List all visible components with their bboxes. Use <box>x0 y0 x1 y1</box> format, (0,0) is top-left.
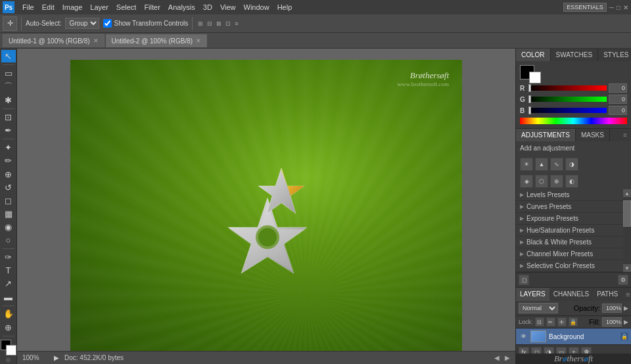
scroll-right-icon[interactable]: ▶ <box>505 354 510 361</box>
brush-tool[interactable]: ✏ <box>1 154 16 167</box>
color-spectrum[interactable] <box>520 118 627 124</box>
background-swatch[interactable] <box>529 72 541 83</box>
quick-mask-btn[interactable]: ◎ <box>6 357 11 363</box>
tab-untitled1[interactable]: Untitled-1 @ 100% (RGB/8) ✕ <box>3 34 105 47</box>
menu-filter[interactable]: Filter <box>140 3 164 11</box>
tab-swatches[interactable]: SWATCHES <box>551 49 599 61</box>
menu-help[interactable]: Help <box>273 3 296 11</box>
clone-stamp-tool[interactable]: ⊕ <box>1 168 16 180</box>
align-left-icon[interactable]: ⊞ <box>197 20 204 27</box>
tab-channels[interactable]: CHANNELS <box>549 288 593 301</box>
preset-exposure[interactable]: ▶ Exposure Presets <box>516 213 623 225</box>
brightness-icon[interactable]: ☀ <box>520 158 533 171</box>
lock-image-icon[interactable]: ✏ <box>546 317 555 327</box>
menu-view[interactable]: View <box>216 3 240 11</box>
blend-mode-select[interactable]: Normal Multiply Screen <box>519 303 558 313</box>
path-select-tool[interactable]: ↗ <box>1 277 16 290</box>
levels-icon[interactable]: ▲ <box>535 158 548 171</box>
tab-close-1[interactable]: ✕ <box>93 37 99 44</box>
menu-layer[interactable]: Layer <box>86 3 112 11</box>
hand-tool[interactable]: ✋ <box>1 307 16 320</box>
layer-background[interactable]: 👁 Background 🔒 <box>516 329 631 344</box>
type-tool[interactable]: T <box>1 264 16 277</box>
preset-selective-color[interactable]: ▶ Selective Color Presets <box>516 260 623 272</box>
g-value[interactable] <box>609 95 627 104</box>
shape-tool[interactable]: ▬ <box>1 290 16 303</box>
move-tool[interactable]: ↖ <box>1 50 16 62</box>
preset-channel-mixer[interactable]: ▶ Channel Mixer Presets <box>516 248 623 260</box>
adj-settings-btn[interactable]: ⚙ <box>618 275 628 285</box>
r-slider[interactable] <box>528 85 607 91</box>
color-balance-icon[interactable]: ⊕ <box>550 175 563 188</box>
minimize-btn[interactable]: ─ <box>609 4 614 11</box>
g-slider[interactable] <box>528 97 607 102</box>
background-color[interactable] <box>6 345 16 355</box>
layers-close[interactable]: ≡ <box>622 288 631 301</box>
history-brush-tool[interactable]: ↺ <box>1 181 16 194</box>
align-right-icon[interactable]: ⊠ <box>215 20 223 27</box>
dodge-tool[interactable]: ○ <box>1 234 16 246</box>
menu-select[interactable]: Select <box>112 3 141 11</box>
restore-btn[interactable]: □ <box>617 4 620 11</box>
lock-transparent-icon[interactable]: ⊡ <box>535 317 544 327</box>
transform-controls-checkbox[interactable]: Show Transform Controls <box>103 19 188 28</box>
exposure-icon[interactable]: ◑ <box>565 158 578 171</box>
lock-all-icon[interactable]: 🔒 <box>569 317 578 327</box>
menu-edit[interactable]: Edit <box>38 3 58 11</box>
menu-3d[interactable]: 3D <box>199 3 216 11</box>
tab-close-2[interactable]: ✕ <box>196 37 201 44</box>
menu-image[interactable]: Image <box>58 3 87 11</box>
marquee-tool[interactable]: ▭ <box>1 67 16 80</box>
tab-untitled2[interactable]: Untitled-2 @ 100% (RGB/8) ✕ <box>106 34 208 47</box>
tab-masks[interactable]: MASKS <box>576 129 610 141</box>
canvas[interactable]: Brøthersøft www.brothersoft.com <box>70 60 462 353</box>
opacity-input[interactable] <box>602 304 622 313</box>
zoom-tool[interactable]: ⊕ <box>1 321 16 334</box>
align-top-icon[interactable]: ⊡ <box>224 20 232 27</box>
fill-input[interactable] <box>602 317 622 327</box>
hsl-icon[interactable]: ⬡ <box>535 175 548 188</box>
scroll-down-btn[interactable]: ▼ <box>623 264 631 272</box>
gradient-tool[interactable]: ▦ <box>1 208 16 220</box>
auto-select-dropdown[interactable]: Group Layer <box>65 18 99 29</box>
distribute-icon[interactable]: ≡ <box>233 20 239 27</box>
pen-tool[interactable]: ✑ <box>1 251 16 263</box>
r-value[interactable] <box>609 83 627 93</box>
preset-bw[interactable]: ▶ Black & White Presets <box>516 237 623 248</box>
fill-arrow[interactable]: ▶ <box>624 319 628 325</box>
eyedropper-tool[interactable]: ✒ <box>1 124 16 137</box>
move-tool-icon[interactable]: ✛ <box>3 16 17 31</box>
eraser-tool[interactable]: ◻ <box>1 194 16 207</box>
tab-styles[interactable]: STYLES <box>598 49 631 61</box>
menu-file[interactable]: File <box>18 3 38 11</box>
preset-curves[interactable]: ▶ Curves Presets <box>516 201 623 213</box>
align-center-icon[interactable]: ⊟ <box>206 20 214 27</box>
workspace-btn[interactable]: ESSENTIALS <box>563 3 607 12</box>
tab-color[interactable]: COLOR <box>516 49 551 61</box>
scroll-up-btn[interactable]: ▲ <box>623 189 631 197</box>
preset-hsl[interactable]: ▶ Hue/Saturation Presets <box>516 225 623 237</box>
scroll-left-icon[interactable]: ◀ <box>494 354 500 361</box>
layer-visibility-icon[interactable]: 👁 <box>519 332 528 341</box>
preset-levels[interactable]: ▶ Levels Presets <box>516 189 623 201</box>
tab-layers[interactable]: LAYERS <box>516 288 549 301</box>
menu-analysis[interactable]: Analysis <box>164 3 199 11</box>
crop-tool[interactable]: ⊡ <box>1 111 16 124</box>
adj-panel-close[interactable]: ≡ <box>619 129 631 141</box>
tab-paths[interactable]: PATHS <box>593 288 622 301</box>
close-btn[interactable]: ✕ <box>623 4 628 11</box>
curves-icon[interactable]: ∿ <box>550 158 563 171</box>
healing-brush-tool[interactable]: ✦ <box>1 141 16 154</box>
quick-select-tool[interactable]: ✱ <box>1 94 16 106</box>
b-value[interactable] <box>609 106 627 115</box>
scroll-thumb[interactable] <box>623 200 631 227</box>
blur-tool[interactable]: ◉ <box>1 221 16 233</box>
b-slider[interactable] <box>528 108 607 113</box>
vibrance-icon[interactable]: ◈ <box>520 175 533 188</box>
opacity-arrow[interactable]: ▶ <box>624 305 628 311</box>
status-arrow[interactable]: ▶ <box>54 354 59 361</box>
lasso-tool[interactable]: ⌒ <box>1 80 16 93</box>
bw-icon[interactable]: ◐ <box>565 175 578 188</box>
menu-window[interactable]: Window <box>240 3 273 11</box>
adj-clip-btn[interactable]: ◻ <box>519 275 529 285</box>
